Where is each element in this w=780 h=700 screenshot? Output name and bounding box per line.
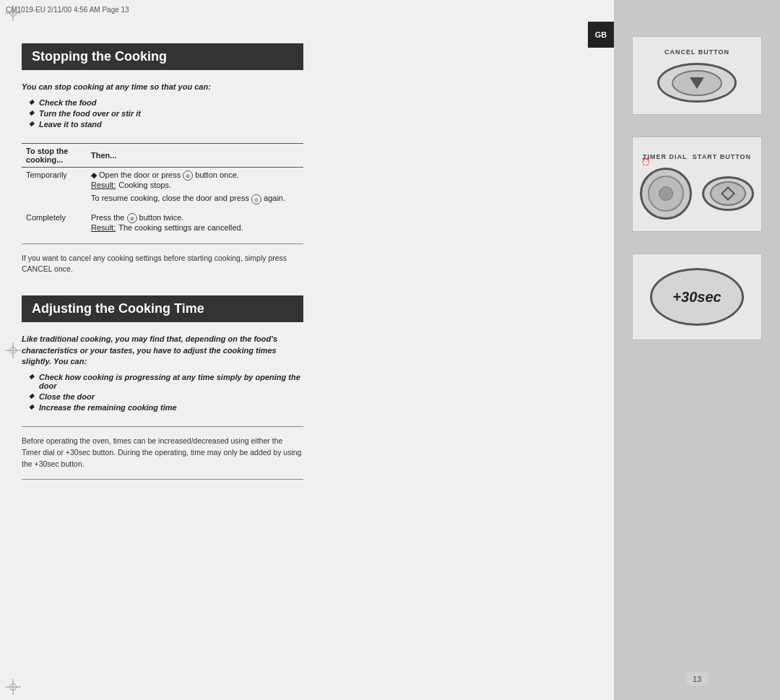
- start-button-label: START BUTTON: [693, 153, 751, 160]
- table-row-temporarily: Temporarily ◆ Open the door or press ⊘ b…: [22, 168, 303, 207]
- divider-2: [22, 426, 303, 427]
- timer-dial-center: [659, 186, 673, 201]
- section1-note: If you want to cancel any cooking settin…: [22, 253, 303, 276]
- temp-result1: Result: Cooking stops.: [91, 181, 299, 189]
- page-number: 13: [686, 673, 708, 686]
- stopping-table: To stop the cooking... Then... Temporari…: [22, 143, 303, 234]
- cancel-triangle-icon: [690, 77, 704, 89]
- plus30-oval: +30sec: [650, 268, 744, 326]
- clock-icon: ⏰: [641, 157, 650, 165]
- start-diamond-icon: [721, 186, 735, 201]
- section1-intro: You can stop cooking at any time so that…: [22, 82, 303, 92]
- section2-title: Adjusting the Cooking Time: [22, 295, 303, 322]
- table-cell-completely: Completely: [22, 207, 87, 235]
- table-col2-header: Then...: [87, 144, 303, 168]
- temp-step2: To resume cooking, close the door and pr…: [91, 194, 299, 204]
- section1-intro-block: You can stop cooking at any time so that…: [22, 82, 303, 129]
- table-cell-complete-instructions: Press the ⊘ button twice. Result: The co…: [87, 207, 303, 235]
- dial-row: ⏰: [640, 168, 754, 220]
- bullet-check-progress: Check how cooking is progressing at any …: [29, 373, 303, 390]
- section2-intro-block: Like traditional cooking, you may find t…: [22, 334, 303, 412]
- cancel-button-label: CANCEL BUTTON: [664, 48, 729, 56]
- section2-intro: Like traditional cooking, you may find t…: [22, 334, 303, 367]
- bullet-close-door: Close the door: [29, 392, 303, 401]
- complete-step1: Press the ⊘ button twice.: [91, 213, 299, 223]
- temp-step1: ◆ Open the door or press ⊘ button once.: [91, 170, 299, 181]
- timer-dial-inner: [648, 176, 684, 212]
- table-cell-temp-instructions: ◆ Open the door or press ⊘ button once. …: [87, 168, 303, 207]
- page-meta: CM1019-EU 2/11/00 4:56 AM Page 13: [6, 6, 129, 14]
- start-oval-inner: [710, 181, 746, 206]
- complete-result: Result: The cooking settings are cancell…: [91, 223, 299, 232]
- result-text-2: The cooking settings are cancelled.: [118, 223, 243, 232]
- plus30-text: +30sec: [672, 289, 721, 306]
- section1-bullets: Check the food Turn the food over or sti…: [29, 98, 303, 129]
- divider-3: [22, 479, 303, 480]
- section1-title: Stopping the Cooking: [22, 43, 303, 70]
- divider-1: [22, 243, 303, 244]
- section2-bullets: Check how cooking is progressing at any …: [29, 373, 303, 412]
- start-oval: [702, 176, 754, 211]
- cancel-oval: [657, 63, 737, 103]
- bullet-turn-food: Turn the food over or stir it: [29, 109, 303, 118]
- table-col1-header: To stop the cooking...: [22, 144, 87, 168]
- cancel-oval-inner: [672, 70, 722, 96]
- right-panel: CANCEL BUTTON TIMER DIAL START BUTTON ⏰: [614, 0, 780, 700]
- bullet-check-food: Check the food: [29, 98, 303, 107]
- gb-badge: GB: [588, 22, 614, 48]
- bullet-increase-time: Increase the remaining cooking time: [29, 403, 303, 412]
- result-label-1: Result:: [91, 181, 116, 189]
- result-label-2: Result:: [91, 223, 116, 232]
- result-text-1: Cooking stops.: [118, 181, 171, 189]
- plus30-device: +30sec: [632, 254, 762, 340]
- timer-start-device: TIMER DIAL START BUTTON ⏰: [632, 137, 762, 232]
- main-content: Stopping the Cooking You can stop cookin…: [22, 22, 303, 678]
- section-adjusting: Adjusting the Cooking Time Like traditio…: [22, 295, 303, 479]
- bullet-leave: Leave it to stand: [29, 120, 303, 129]
- timer-dial: [640, 168, 692, 220]
- table-row-completely: Completely Press the ⊘ button twice. Res…: [22, 207, 303, 235]
- section-stopping: Stopping the Cooking You can stop cookin…: [22, 43, 303, 275]
- timer-dial-container: ⏰: [640, 168, 692, 220]
- section2-note: Before operating the oven, times can be …: [22, 436, 303, 470]
- table-cell-temporarily: Temporarily: [22, 168, 87, 207]
- cancel-button-device: CANCEL BUTTON: [632, 36, 762, 115]
